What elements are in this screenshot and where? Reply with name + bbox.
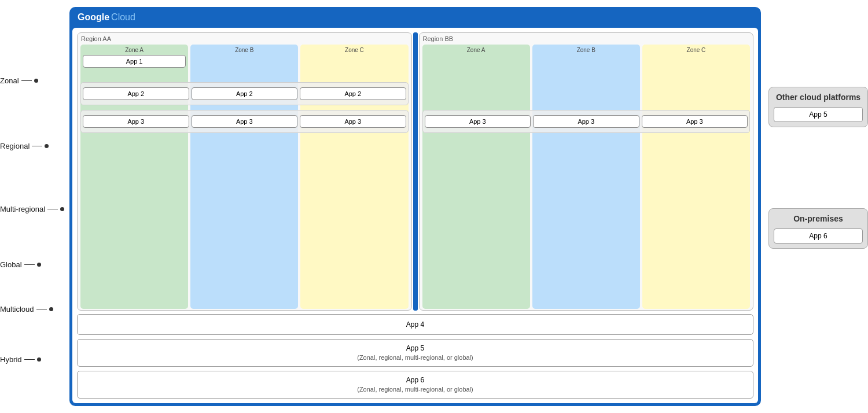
hybrid-dot2 <box>37 357 41 362</box>
regional-text: Regional <box>0 142 30 150</box>
other-cloud-panel2: Other cloud platforms App 5 <box>768 87 868 127</box>
global-dot2 <box>37 263 41 267</box>
global-hline <box>24 264 35 265</box>
on-premises-panel-title: On-premises <box>774 213 863 224</box>
label-multicloud-entry: Multicloud <box>0 305 53 314</box>
region-aa-title: Region AA <box>78 33 411 45</box>
app6-main-text: App 6 <box>357 375 473 385</box>
app5-sub-text: (Zonal, regional, multi-regional, or glo… <box>357 353 473 362</box>
regional-hline <box>32 146 42 146</box>
app5-content: App 5 (Zonal, regional, multi-regional, … <box>357 344 473 362</box>
label-hybrid-entry: Hybrid <box>0 355 41 364</box>
hybrid-text: Hybrid <box>0 355 22 364</box>
google-cloud-container: Google Cloud Region AA Zone A App 1 <box>69 7 761 406</box>
zone-bb-b-label: Zone B <box>535 47 638 53</box>
app3-aa-a: App 3 <box>83 115 189 128</box>
region-aa-container: Region AA Zone A App 1 Zone B <box>77 32 412 311</box>
multicloud-hline <box>36 309 47 309</box>
zone-aa-a-label: Zone A <box>83 47 186 53</box>
app2-aa-a: App 2 <box>83 87 189 100</box>
label-multiregional-entry: Multi-regional <box>0 205 64 213</box>
zone-bb-a: Zone A <box>422 45 530 309</box>
regional-dot2 <box>45 144 49 148</box>
app3-bb-c: App 3 <box>642 115 748 128</box>
multicloud-dot2 <box>49 307 53 311</box>
zonal-hline <box>21 80 32 81</box>
app4-global-row: App 4 <box>77 314 753 335</box>
label-zonal-entry: Zonal <box>0 76 38 85</box>
app4-text: App 4 <box>406 320 424 329</box>
zone-bb-a-label: Zone A <box>425 47 528 53</box>
gc-cloud: Cloud <box>111 12 135 23</box>
multiregional-hline <box>47 209 58 209</box>
gc-google: Google <box>78 12 109 23</box>
app5-main-text: App 5 <box>357 344 473 353</box>
zonal-dot2 <box>34 79 38 83</box>
zone-bb-c-label: Zone C <box>645 47 748 53</box>
on-premises-panel2: On-premises App 6 <box>768 208 868 249</box>
gc-titlebar: Google Cloud <box>69 7 761 28</box>
app3-bb-b: App 3 <box>533 115 639 128</box>
multicloud-text: Multicloud <box>0 305 34 314</box>
hybrid-hline <box>24 359 35 360</box>
multiregional-bb-row: App 3 App 3 App 3 <box>422 110 751 133</box>
app1-aa-a: App 1 <box>83 55 186 68</box>
app2-aa-b: App 2 <box>192 87 298 100</box>
multiregional-dot2 <box>60 207 64 211</box>
other-cloud-panel-title: Other cloud platforms <box>774 92 863 102</box>
zone-aa-c-label: Zone C <box>303 47 406 53</box>
zonal-text: Zonal <box>0 76 19 85</box>
other-cloud-app5-box: App 5 <box>774 107 863 122</box>
multiregional-aa-row: App 3 App 3 App 3 <box>80 110 409 133</box>
app3-aa-b: App 3 <box>192 115 298 128</box>
zone-bb-b: Zone B <box>532 45 640 309</box>
app2-aa-c: App 2 <box>300 87 406 100</box>
label-global-entry: Global <box>0 260 41 269</box>
app6-content: App 6 (Zonal, regional, multi-regional, … <box>357 375 473 394</box>
on-premises-app6-box: App 6 <box>774 228 863 244</box>
region-bb-container: Region BB Zone A Zone B Zone C <box>419 32 754 311</box>
zone-aa-b-label: Zone B <box>193 47 296 53</box>
app3-bb-a: App 3 <box>425 115 531 128</box>
label-regional-entry: Regional <box>0 142 49 150</box>
region-bb-title: Region BB <box>420 33 753 45</box>
gc-white-body: Region AA Zone A App 1 Zone B <box>72 28 758 403</box>
app6-sub-text: (Zonal, regional, multi-regional, or glo… <box>357 385 473 394</box>
app6-hybrid-row: App 6 (Zonal, regional, multi-regional, … <box>77 371 753 399</box>
regional-aa-row: App 2 App 2 App 2 <box>80 82 409 105</box>
multiregional-text: Multi-regional <box>0 205 45 213</box>
global-text: Global <box>0 260 22 269</box>
region-bb-zones: Zone A Zone B Zone C <box>420 45 753 309</box>
center-blue-divider <box>413 32 418 311</box>
app5-multicloud-row: App 5 (Zonal, regional, multi-regional, … <box>77 339 753 367</box>
app3-aa-c: App 3 <box>300 115 406 128</box>
diagram-root: Zonal Regional Multi-regional Global Mul… <box>0 0 868 413</box>
zone-bb-c: Zone C <box>642 45 750 309</box>
